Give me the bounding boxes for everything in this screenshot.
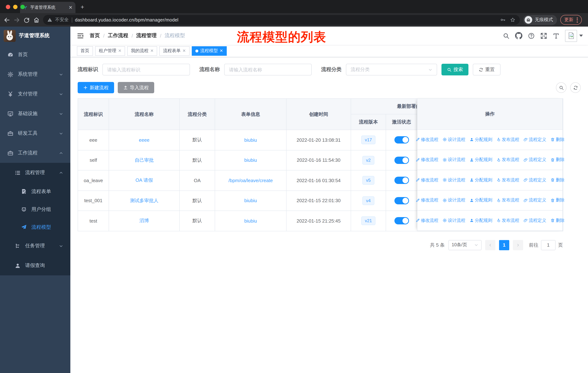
- prev-page-button[interactable]: [485, 240, 495, 250]
- process-name-link[interactable]: eeee: [109, 130, 179, 150]
- active-toggle[interactable]: [394, 177, 409, 184]
- breadcrumb-item[interactable]: 工作流程: [108, 32, 128, 39]
- goto-page-input[interactable]: [541, 240, 556, 250]
- tag-tenant[interactable]: 租户管理 ✕: [95, 46, 125, 56]
- process-definition-link[interactable]: 流程定义: [523, 177, 546, 183]
- breadcrumb-item[interactable]: 流程管理: [136, 32, 157, 39]
- assign-rule-link[interactable]: 分配规则: [469, 137, 492, 143]
- process-definition-link[interactable]: 流程定义: [523, 217, 546, 224]
- assign-rule-link[interactable]: 分配规则: [469, 217, 492, 224]
- sidebar-item-devtools[interactable]: 研发工具: [0, 123, 70, 143]
- form-info-link[interactable]: biubiu: [215, 130, 286, 150]
- publish-process-link[interactable]: 发布流程: [496, 197, 519, 203]
- modify-process-link[interactable]: 修改流程: [415, 137, 438, 143]
- security-label[interactable]: 不安全: [55, 17, 69, 23]
- window-zoom-button[interactable]: [21, 5, 25, 9]
- assign-rule-link[interactable]: 分配规则: [469, 177, 492, 183]
- process-name-link[interactable]: OA 请假: [109, 170, 179, 191]
- browser-tab[interactable]: 芋道管理系统 ✕: [20, 2, 75, 13]
- url-text[interactable]: dashboard.yudao.iocoder.cn/bpm/manager/m…: [75, 17, 497, 22]
- form-info-link[interactable]: biubiu: [215, 211, 286, 231]
- sidebar-logo[interactable]: 芋道管理系统: [0, 27, 70, 45]
- process-definition-link[interactable]: 流程定义: [523, 197, 546, 203]
- font-size-icon[interactable]: [553, 32, 560, 39]
- tag-close-icon[interactable]: ✕: [220, 49, 223, 53]
- breadcrumb-item[interactable]: 首页: [90, 32, 100, 39]
- tab-close-icon[interactable]: ✕: [69, 5, 73, 10]
- sidebar-fold-icon[interactable]: [77, 32, 84, 39]
- version-badge[interactable]: v21: [361, 217, 376, 225]
- sidebar-item-home[interactable]: 首页: [0, 45, 70, 64]
- sidebar-item-process-form[interactable]: 流程表单: [0, 182, 70, 200]
- design-process-link[interactable]: 设计流程: [442, 137, 465, 143]
- tag-close-icon[interactable]: ✕: [118, 49, 121, 53]
- process-name-link[interactable]: 滔博: [109, 211, 179, 231]
- home-icon[interactable]: [33, 17, 40, 23]
- design-process-link[interactable]: 设计流程: [442, 157, 465, 163]
- modify-process-link[interactable]: 修改流程: [415, 197, 438, 203]
- active-toggle[interactable]: [394, 197, 409, 204]
- modify-process-link[interactable]: 修改流程: [415, 177, 438, 183]
- user-avatar-menu[interactable]: [565, 30, 583, 42]
- sidebar-item-task-mgmt[interactable]: 任务管理: [0, 236, 70, 256]
- window-close-button[interactable]: [6, 5, 10, 9]
- refresh-table-button[interactable]: [570, 82, 581, 93]
- help-icon[interactable]: [528, 32, 535, 39]
- password-key-icon[interactable]: [500, 17, 506, 23]
- sidebar-item-workflow[interactable]: 工作流程: [0, 143, 70, 163]
- search-icon[interactable]: [503, 32, 510, 39]
- delete-process-link[interactable]: 删除: [550, 157, 565, 163]
- sidebar-item-leave-query[interactable]: 请假查询: [0, 256, 70, 275]
- github-icon[interactable]: [515, 32, 522, 39]
- assign-rule-link[interactable]: 分配规则: [469, 197, 492, 203]
- reset-button[interactable]: 重置: [473, 64, 501, 75]
- publish-process-link[interactable]: 发布流程: [496, 217, 519, 224]
- address-bar[interactable]: 不安全 dashboard.yudao.iocoder.cn/bpm/manag…: [43, 15, 520, 25]
- design-process-link[interactable]: 设计流程: [442, 197, 465, 203]
- version-badge[interactable]: v4: [362, 196, 374, 205]
- assign-rule-link[interactable]: 分配规则: [469, 157, 492, 163]
- design-process-link[interactable]: 设计流程: [442, 177, 465, 183]
- form-info-link[interactable]: biubiu: [215, 150, 286, 170]
- tag-my-process[interactable]: 我的流程 ✕: [127, 46, 157, 56]
- sidebar-item-infra[interactable]: 基础设施: [0, 104, 70, 123]
- delete-process-link[interactable]: 删除: [550, 177, 565, 183]
- tag-close-icon[interactable]: ✕: [182, 49, 186, 53]
- fullscreen-icon[interactable]: [540, 32, 547, 39]
- publish-process-link[interactable]: 发布流程: [496, 177, 519, 183]
- category-select[interactable]: 流程分类: [346, 64, 437, 75]
- import-process-button[interactable]: 导入流程: [118, 82, 154, 93]
- create-process-button[interactable]: 新建流程: [78, 82, 114, 93]
- forward-icon[interactable]: [13, 17, 20, 23]
- new-tab-button[interactable]: +: [81, 4, 84, 11]
- reload-icon[interactable]: [23, 17, 30, 23]
- browser-menu-icon[interactable]: [577, 17, 578, 22]
- search-button[interactable]: 搜索: [441, 64, 468, 75]
- next-page-button[interactable]: [513, 240, 523, 250]
- tag-home[interactable]: 首页: [77, 46, 93, 56]
- tag-process-form[interactable]: 流程表单 ✕: [159, 46, 189, 56]
- back-icon[interactable]: [4, 17, 10, 23]
- version-badge[interactable]: v2: [362, 156, 374, 165]
- page-number-button[interactable]: 1: [499, 240, 509, 250]
- active-toggle[interactable]: [394, 157, 409, 164]
- sidebar-item-payment[interactable]: 支付管理: [0, 84, 70, 104]
- modify-process-link[interactable]: 修改流程: [415, 157, 438, 163]
- process-definition-link[interactable]: 流程定义: [523, 137, 546, 143]
- tag-process-model[interactable]: 流程模型 ✕: [192, 46, 227, 56]
- delete-process-link[interactable]: 删除: [550, 217, 565, 224]
- version-badge[interactable]: v5: [362, 176, 374, 185]
- form-info-link[interactable]: /bpm/oa/leave/create: [215, 170, 286, 191]
- process-definition-link[interactable]: 流程定义: [523, 157, 546, 163]
- delete-process-link[interactable]: 删除: [550, 197, 565, 203]
- form-info-link[interactable]: biubiu: [215, 191, 286, 211]
- process-name-link[interactable]: 自己审批: [109, 150, 179, 170]
- process-name-link[interactable]: 测试多审批人: [109, 191, 179, 211]
- design-process-link[interactable]: 设计流程: [442, 217, 465, 224]
- toggle-search-button[interactable]: [556, 82, 567, 93]
- sidebar-item-user-group[interactable]: 用户分组: [0, 200, 70, 218]
- sidebar-item-system[interactable]: 系统管理: [0, 64, 70, 84]
- version-badge[interactable]: v17: [361, 136, 376, 144]
- publish-process-link[interactable]: 发布流程: [496, 137, 519, 143]
- active-toggle[interactable]: [394, 136, 409, 144]
